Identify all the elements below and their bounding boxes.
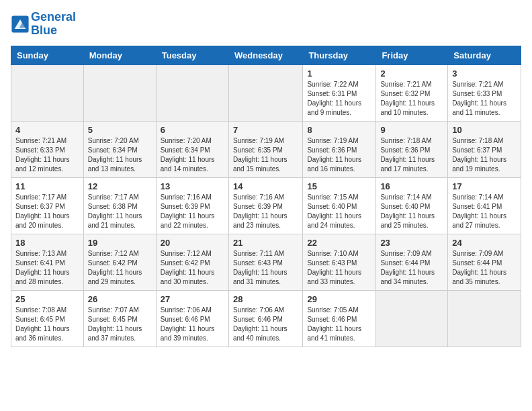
day-number: 29 [307, 294, 371, 304]
calendar-cell: 12Sunrise: 7:17 AMSunset: 6:38 PMDayligh… [83, 177, 156, 234]
calendar-cell: 28Sunrise: 7:06 AMSunset: 6:46 PMDayligh… [228, 290, 302, 347]
cell-info: Sunrise: 7:07 AMSunset: 6:45 PMDaylight:… [88, 306, 152, 343]
cell-info: Sunrise: 7:06 AMSunset: 6:46 PMDaylight:… [161, 306, 224, 343]
cell-info: Sunrise: 7:11 AMSunset: 6:43 PMDaylight:… [233, 249, 298, 287]
calendar-cell: 19Sunrise: 7:12 AMSunset: 6:42 PMDayligh… [83, 234, 156, 290]
cell-info: Sunrise: 7:20 AMSunset: 6:34 PMDaylight:… [161, 136, 224, 174]
day-number: 20 [161, 238, 224, 248]
day-number: 12 [88, 181, 152, 191]
day-number: 11 [15, 181, 79, 191]
day-number: 10 [452, 125, 517, 135]
day-header-monday: Monday [83, 46, 156, 64]
cell-info: Sunrise: 7:18 AMSunset: 6:37 PMDaylight:… [452, 136, 517, 174]
day-number: 3 [452, 68, 517, 79]
logo: General Blue [11, 11, 76, 38]
day-number: 17 [452, 181, 517, 191]
logo-blue: Blue [31, 24, 76, 38]
cell-info: Sunrise: 7:15 AMSunset: 6:40 PMDaylight:… [307, 193, 371, 230]
calendar-cell: 3Sunrise: 7:21 AMSunset: 6:33 PMDaylight… [448, 64, 521, 121]
day-number: 23 [380, 238, 443, 248]
day-header-wednesday: Wednesday [228, 46, 302, 64]
calendar-table: SundayMondayTuesdayWednesdayThursdayFrid… [11, 46, 521, 347]
day-number: 14 [233, 181, 298, 191]
day-header-saturday: Saturday [448, 46, 521, 64]
page-header: General Blue [11, 11, 521, 38]
cell-info: Sunrise: 7:20 AMSunset: 6:34 PMDaylight:… [88, 136, 152, 174]
day-number: 25 [15, 294, 79, 304]
cell-info: Sunrise: 7:09 AMSunset: 6:44 PMDaylight:… [452, 249, 517, 287]
day-header-tuesday: Tuesday [156, 46, 228, 64]
calendar-cell: 13Sunrise: 7:16 AMSunset: 6:39 PMDayligh… [156, 177, 228, 234]
calendar-week-4: 18Sunrise: 7:13 AMSunset: 6:41 PMDayligh… [11, 234, 521, 290]
calendar-header-row: SundayMondayTuesdayWednesdayThursdayFrid… [11, 46, 521, 64]
cell-info: Sunrise: 7:19 AMSunset: 6:35 PMDaylight:… [233, 136, 298, 174]
day-header-sunday: Sunday [11, 46, 84, 64]
calendar-cell: 29Sunrise: 7:05 AMSunset: 6:46 PMDayligh… [303, 290, 376, 347]
calendar-week-3: 11Sunrise: 7:17 AMSunset: 6:37 PMDayligh… [11, 177, 521, 234]
cell-info: Sunrise: 7:14 AMSunset: 6:41 PMDaylight:… [452, 193, 517, 230]
calendar-cell: 23Sunrise: 7:09 AMSunset: 6:44 PMDayligh… [376, 234, 448, 290]
cell-info: Sunrise: 7:10 AMSunset: 6:43 PMDaylight:… [307, 249, 371, 287]
calendar-cell: 18Sunrise: 7:13 AMSunset: 6:41 PMDayligh… [11, 234, 84, 290]
calendar-cell: 22Sunrise: 7:10 AMSunset: 6:43 PMDayligh… [303, 234, 376, 290]
calendar-cell [156, 64, 228, 121]
day-number: 9 [380, 125, 443, 135]
calendar-cell [376, 290, 448, 347]
day-number: 24 [452, 238, 517, 248]
calendar-week-2: 4Sunrise: 7:21 AMSunset: 6:33 PMDaylight… [11, 121, 521, 177]
day-number: 4 [15, 125, 79, 135]
day-number: 13 [161, 181, 224, 191]
day-number: 6 [161, 125, 224, 135]
day-number: 27 [161, 294, 224, 304]
cell-info: Sunrise: 7:08 AMSunset: 6:45 PMDaylight:… [15, 306, 79, 343]
calendar-cell: 2Sunrise: 7:21 AMSunset: 6:32 PMDaylight… [376, 64, 448, 121]
calendar-cell: 10Sunrise: 7:18 AMSunset: 6:37 PMDayligh… [448, 121, 521, 177]
calendar-cell: 17Sunrise: 7:14 AMSunset: 6:41 PMDayligh… [448, 177, 521, 234]
calendar-cell: 8Sunrise: 7:19 AMSunset: 6:36 PMDaylight… [303, 121, 376, 177]
cell-info: Sunrise: 7:21 AMSunset: 6:33 PMDaylight:… [452, 80, 517, 118]
cell-info: Sunrise: 7:16 AMSunset: 6:39 PMDaylight:… [233, 193, 298, 230]
cell-info: Sunrise: 7:12 AMSunset: 6:42 PMDaylight:… [88, 249, 152, 287]
cell-info: Sunrise: 7:21 AMSunset: 6:32 PMDaylight:… [380, 80, 443, 118]
calendar-cell: 16Sunrise: 7:14 AMSunset: 6:40 PMDayligh… [376, 177, 448, 234]
calendar-cell: 11Sunrise: 7:17 AMSunset: 6:37 PMDayligh… [11, 177, 84, 234]
calendar-week-5: 25Sunrise: 7:08 AMSunset: 6:45 PMDayligh… [11, 290, 521, 347]
calendar-cell: 6Sunrise: 7:20 AMSunset: 6:34 PMDaylight… [156, 121, 228, 177]
calendar-cell [83, 64, 156, 121]
logo-general: General [31, 10, 76, 24]
calendar-cell: 27Sunrise: 7:06 AMSunset: 6:46 PMDayligh… [156, 290, 228, 347]
day-number: 7 [233, 125, 298, 135]
cell-info: Sunrise: 7:09 AMSunset: 6:44 PMDaylight:… [380, 249, 443, 287]
calendar-cell: 24Sunrise: 7:09 AMSunset: 6:44 PMDayligh… [448, 234, 521, 290]
cell-info: Sunrise: 7:05 AMSunset: 6:46 PMDaylight:… [307, 306, 371, 343]
calendar-cell: 21Sunrise: 7:11 AMSunset: 6:43 PMDayligh… [228, 234, 302, 290]
cell-info: Sunrise: 7:17 AMSunset: 6:37 PMDaylight:… [15, 193, 79, 230]
calendar-cell: 4Sunrise: 7:21 AMSunset: 6:33 PMDaylight… [11, 121, 84, 177]
calendar-cell: 5Sunrise: 7:20 AMSunset: 6:34 PMDaylight… [83, 121, 156, 177]
calendar-cell: 15Sunrise: 7:15 AMSunset: 6:40 PMDayligh… [303, 177, 376, 234]
calendar-cell: 14Sunrise: 7:16 AMSunset: 6:39 PMDayligh… [228, 177, 302, 234]
cell-info: Sunrise: 7:16 AMSunset: 6:39 PMDaylight:… [161, 193, 224, 230]
cell-info: Sunrise: 7:12 AMSunset: 6:42 PMDaylight:… [161, 249, 224, 287]
cell-info: Sunrise: 7:21 AMSunset: 6:33 PMDaylight:… [15, 136, 79, 174]
day-header-thursday: Thursday [303, 46, 376, 64]
calendar-cell: 9Sunrise: 7:18 AMSunset: 6:36 PMDaylight… [376, 121, 448, 177]
calendar-cell: 26Sunrise: 7:07 AMSunset: 6:45 PMDayligh… [83, 290, 156, 347]
calendar-cell: 25Sunrise: 7:08 AMSunset: 6:45 PMDayligh… [11, 290, 84, 347]
day-number: 8 [307, 125, 371, 135]
day-header-friday: Friday [376, 46, 448, 64]
day-number: 19 [88, 238, 152, 248]
cell-info: Sunrise: 7:17 AMSunset: 6:38 PMDaylight:… [88, 193, 152, 230]
day-number: 26 [88, 294, 152, 304]
day-number: 16 [380, 181, 443, 191]
cell-info: Sunrise: 7:22 AMSunset: 6:31 PMDaylight:… [307, 80, 371, 118]
cell-info: Sunrise: 7:19 AMSunset: 6:36 PMDaylight:… [307, 136, 371, 174]
cell-info: Sunrise: 7:13 AMSunset: 6:41 PMDaylight:… [15, 249, 79, 287]
day-number: 15 [307, 181, 371, 191]
day-number: 2 [380, 68, 443, 79]
day-number: 21 [233, 238, 298, 248]
calendar-cell: 7Sunrise: 7:19 AMSunset: 6:35 PMDaylight… [228, 121, 302, 177]
calendar-cell [448, 290, 521, 347]
cell-info: Sunrise: 7:06 AMSunset: 6:46 PMDaylight:… [233, 306, 298, 343]
cell-info: Sunrise: 7:18 AMSunset: 6:36 PMDaylight:… [380, 136, 443, 174]
